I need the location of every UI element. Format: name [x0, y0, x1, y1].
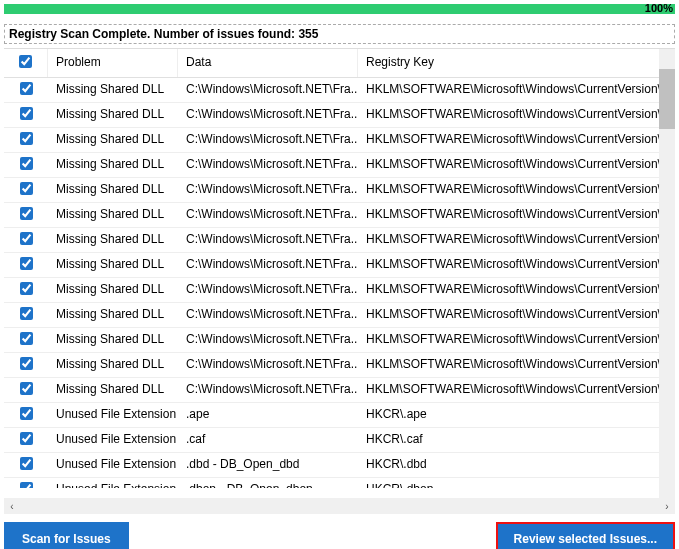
row-problem: Missing Shared DLL — [48, 228, 178, 252]
table-row[interactable]: Missing Shared DLLC:\Windows\Microsoft.N… — [4, 128, 675, 153]
table-row[interactable]: Missing Shared DLLC:\Windows\Microsoft.N… — [4, 153, 675, 178]
scroll-right-arrow-icon[interactable]: › — [659, 501, 675, 512]
scroll-left-arrow-icon[interactable]: ‹ — [4, 501, 20, 512]
row-checkbox-cell — [4, 303, 48, 327]
progress-bar-fill — [4, 4, 675, 14]
table-row[interactable]: Unused File Extension.dbd - DB_Open_dbdH… — [4, 453, 675, 478]
table-row[interactable]: Unused File Extension.cafHKCR\.caf — [4, 428, 675, 453]
row-checkbox-cell — [4, 428, 48, 452]
progress-percent: 100% — [645, 2, 673, 14]
row-checkbox[interactable] — [20, 307, 33, 320]
row-checkbox[interactable] — [20, 382, 33, 395]
row-problem: Missing Shared DLL — [48, 303, 178, 327]
table-row[interactable]: Missing Shared DLLC:\Windows\Microsoft.N… — [4, 378, 675, 403]
row-registry-key: HKLM\SOFTWARE\Microsoft\Windows\CurrentV… — [358, 78, 675, 102]
row-checkbox[interactable] — [20, 432, 33, 445]
header-problem[interactable]: Problem — [48, 49, 178, 77]
row-checkbox[interactable] — [20, 482, 33, 488]
header-data[interactable]: Data — [178, 49, 358, 77]
row-data: C:\Windows\Microsoft.NET\Fra... — [178, 378, 358, 402]
row-data: .caf — [178, 428, 358, 452]
table-row[interactable]: Missing Shared DLLC:\Windows\Microsoft.N… — [4, 303, 675, 328]
row-problem: Missing Shared DLL — [48, 353, 178, 377]
row-checkbox[interactable] — [20, 132, 33, 145]
row-checkbox-cell — [4, 103, 48, 127]
row-problem: Unused File Extension — [48, 453, 178, 477]
table-row[interactable]: Unused File Extension.dbop - DB_Open_dbo… — [4, 478, 675, 488]
horizontal-scrollbar[interactable]: ‹ › — [4, 498, 675, 514]
row-checkbox-cell — [4, 478, 48, 488]
table-row[interactable]: Missing Shared DLLC:\Windows\Microsoft.N… — [4, 78, 675, 103]
row-problem: Missing Shared DLL — [48, 203, 178, 227]
row-data: C:\Windows\Microsoft.NET\Fra... — [178, 153, 358, 177]
row-checkbox[interactable] — [20, 207, 33, 220]
table-row[interactable]: Unused File Extension.apeHKCR\.ape — [4, 403, 675, 428]
row-problem: Missing Shared DLL — [48, 253, 178, 277]
row-checkbox[interactable] — [20, 332, 33, 345]
table-row[interactable]: Missing Shared DLLC:\Windows\Microsoft.N… — [4, 228, 675, 253]
row-checkbox[interactable] — [20, 357, 33, 370]
vertical-scrollbar-thumb[interactable] — [659, 69, 675, 129]
row-problem: Missing Shared DLL — [48, 178, 178, 202]
table-row[interactable]: Missing Shared DLLC:\Windows\Microsoft.N… — [4, 328, 675, 353]
vertical-scrollbar[interactable] — [659, 49, 675, 498]
results-table: Problem Data Registry Key Missing Shared… — [4, 48, 675, 498]
row-data: C:\Windows\Microsoft.NET\Fra... — [178, 253, 358, 277]
review-selected-issues-button[interactable]: Review selected Issues... — [496, 522, 675, 549]
row-checkbox[interactable] — [20, 82, 33, 95]
row-checkbox[interactable] — [20, 232, 33, 245]
row-problem: Unused File Extension — [48, 478, 178, 488]
row-registry-key: HKLM\SOFTWARE\Microsoft\Windows\CurrentV… — [358, 103, 675, 127]
row-checkbox[interactable] — [20, 157, 33, 170]
row-checkbox[interactable] — [20, 457, 33, 470]
row-data: C:\Windows\Microsoft.NET\Fra... — [178, 128, 358, 152]
row-checkbox-cell — [4, 278, 48, 302]
select-all-checkbox[interactable] — [19, 55, 32, 68]
row-registry-key: HKLM\SOFTWARE\Microsoft\Windows\CurrentV… — [358, 228, 675, 252]
row-data: C:\Windows\Microsoft.NET\Fra... — [178, 203, 358, 227]
row-checkbox-cell — [4, 403, 48, 427]
row-data: C:\Windows\Microsoft.NET\Fra... — [178, 103, 358, 127]
table-body: Missing Shared DLLC:\Windows\Microsoft.N… — [4, 78, 675, 488]
row-registry-key: HKCR\.ape — [358, 403, 675, 427]
progress-bar-area: 100% — [4, 4, 675, 20]
row-registry-key: HKCR\.caf — [358, 428, 675, 452]
header-checkbox-cell — [4, 49, 48, 77]
table-header: Problem Data Registry Key — [4, 49, 675, 78]
table-row[interactable]: Missing Shared DLLC:\Windows\Microsoft.N… — [4, 278, 675, 303]
row-registry-key: HKLM\SOFTWARE\Microsoft\Windows\CurrentV… — [358, 353, 675, 377]
row-checkbox[interactable] — [20, 257, 33, 270]
row-data: .ape — [178, 403, 358, 427]
row-checkbox[interactable] — [20, 107, 33, 120]
row-registry-key: HKLM\SOFTWARE\Microsoft\Windows\CurrentV… — [358, 253, 675, 277]
row-checkbox-cell — [4, 228, 48, 252]
scan-for-issues-button[interactable]: Scan for Issues — [4, 522, 129, 549]
row-registry-key: HKLM\SOFTWARE\Microsoft\Windows\CurrentV… — [358, 378, 675, 402]
row-checkbox[interactable] — [20, 282, 33, 295]
row-problem: Missing Shared DLL — [48, 153, 178, 177]
row-data: C:\Windows\Microsoft.NET\Fra... — [178, 278, 358, 302]
row-problem: Unused File Extension — [48, 403, 178, 427]
row-problem: Missing Shared DLL — [48, 78, 178, 102]
row-problem: Missing Shared DLL — [48, 278, 178, 302]
table-row[interactable]: Missing Shared DLLC:\Windows\Microsoft.N… — [4, 253, 675, 278]
row-problem: Missing Shared DLL — [48, 103, 178, 127]
row-registry-key: HKLM\SOFTWARE\Microsoft\Windows\CurrentV… — [358, 203, 675, 227]
table-row[interactable]: Missing Shared DLLC:\Windows\Microsoft.N… — [4, 203, 675, 228]
row-checkbox[interactable] — [20, 407, 33, 420]
row-problem: Unused File Extension — [48, 428, 178, 452]
table-row[interactable]: Missing Shared DLLC:\Windows\Microsoft.N… — [4, 353, 675, 378]
row-registry-key: HKLM\SOFTWARE\Microsoft\Windows\CurrentV… — [358, 153, 675, 177]
row-data: C:\Windows\Microsoft.NET\Fra... — [178, 328, 358, 352]
row-registry-key: HKLM\SOFTWARE\Microsoft\Windows\CurrentV… — [358, 178, 675, 202]
header-registry-key[interactable]: Registry Key — [358, 49, 675, 77]
row-checkbox[interactable] — [20, 182, 33, 195]
row-problem: Missing Shared DLL — [48, 378, 178, 402]
row-registry-key: HKCR\.dbop — [358, 478, 675, 488]
table-row[interactable]: Missing Shared DLLC:\Windows\Microsoft.N… — [4, 178, 675, 203]
row-checkbox-cell — [4, 453, 48, 477]
row-registry-key: HKLM\SOFTWARE\Microsoft\Windows\CurrentV… — [358, 128, 675, 152]
footer: Scan for Issues Review selected Issues..… — [0, 514, 679, 549]
status-text: Registry Scan Complete. Number of issues… — [4, 24, 675, 44]
table-row[interactable]: Missing Shared DLLC:\Windows\Microsoft.N… — [4, 103, 675, 128]
